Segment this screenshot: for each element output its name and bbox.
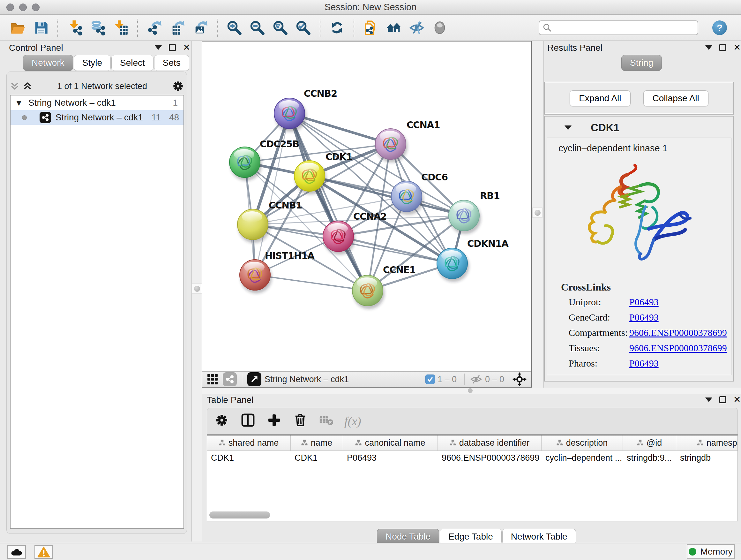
crosslink-tissues-link[interactable]: 9606.ENSP00000378699: [629, 343, 727, 354]
column-type-icon: [219, 438, 225, 448]
memory-button[interactable]: Memory: [687, 544, 735, 559]
zoom-in-icon[interactable]: [225, 19, 243, 37]
save-session-icon[interactable]: [32, 19, 50, 37]
export-network-icon[interactable]: [145, 19, 163, 37]
network-options-gear-icon[interactable]: [172, 80, 184, 92]
tab-network[interactable]: Network: [23, 55, 73, 71]
main-toolbar: ?: [0, 15, 741, 41]
section-collapse-icon[interactable]: [564, 125, 571, 130]
network-collection-row[interactable]: ▼ String Network – cdk1 1: [10, 96, 184, 110]
horizontal-scrollbar[interactable]: [209, 511, 270, 518]
column-header-5[interactable]: @id: [623, 435, 676, 450]
table-row[interactable]: CDK1CDK1P064939606.ENSP00000378699cyclin…: [207, 451, 738, 465]
help-icon[interactable]: ?: [712, 20, 727, 35]
table-cell[interactable]: cyclin–dependent ...: [542, 453, 623, 463]
crosslink-genecard-link[interactable]: P06493: [629, 312, 659, 323]
crosslink-uniprot-link[interactable]: P06493: [629, 297, 659, 307]
table-settings-gear-icon[interactable]: [215, 413, 229, 427]
collapse-all-icon[interactable]: [10, 81, 19, 91]
column-header-1[interactable]: name: [291, 435, 343, 450]
horizontal-splitter-handle[interactable]: [468, 388, 473, 393]
panel-menu-icon[interactable]: [705, 397, 712, 402]
expand-all-icon[interactable]: [23, 81, 32, 91]
show-panel-icon[interactable]: [431, 19, 449, 37]
panel-float-icon[interactable]: [169, 44, 176, 51]
table-cell[interactable]: stringdb: [676, 453, 738, 463]
network-node-CCNA2: [323, 221, 355, 255]
homes-icon[interactable]: [385, 19, 403, 37]
network-selection-summary: 1 of 1 Network selected: [32, 81, 172, 91]
protein-section-header[interactable]: CDK1: [545, 117, 733, 138]
tab-sets[interactable]: Sets: [154, 55, 189, 71]
collapse-all-button[interactable]: Collapse All: [643, 90, 709, 106]
column-header-2[interactable]: canonical name: [343, 435, 438, 450]
add-column-icon[interactable]: [267, 413, 281, 427]
right-splitter-handle[interactable]: [532, 207, 542, 218]
svg-text:CDC6: CDC6: [421, 172, 448, 183]
tab-network-table[interactable]: Network Table: [502, 529, 576, 545]
column-header-4[interactable]: description: [542, 435, 623, 450]
node-table: shared namenamecanonical namedatabase id…: [207, 435, 738, 521]
table-cell[interactable]: 9606.ENSP00000378699: [438, 453, 542, 463]
delete-column-icon[interactable]: [293, 413, 307, 428]
network-share-icon[interactable]: [223, 372, 237, 386]
column-header-0[interactable]: shared name: [207, 435, 291, 450]
zoom-out-icon[interactable]: [248, 19, 266, 37]
panel-close-icon[interactable]: ✕: [733, 44, 741, 51]
export-table-icon[interactable]: [169, 19, 186, 37]
control-panel-title: Control Panel: [9, 43, 63, 53]
import-database-icon[interactable]: [89, 19, 107, 37]
import-table-icon[interactable]: [112, 19, 130, 37]
column-header-6[interactable]: namespace: [676, 435, 738, 450]
results-panel-title: Results Panel: [547, 43, 603, 53]
warnings-button[interactable]: [35, 545, 53, 559]
birdseye-view-icon[interactable]: [247, 372, 261, 386]
zoom-fit-icon[interactable]: [271, 19, 289, 37]
table-cell[interactable]: CDK1: [207, 453, 291, 463]
column-type-icon: [637, 438, 643, 448]
refresh-icon[interactable]: [328, 19, 346, 37]
import-network-icon[interactable]: [66, 19, 84, 37]
tab-select[interactable]: Select: [111, 55, 153, 71]
panel-float-icon[interactable]: [719, 396, 726, 403]
share-file-icon[interactable]: [362, 19, 380, 37]
selected-checkbox[interactable]: [425, 374, 435, 384]
cloud-button[interactable]: [7, 545, 26, 559]
crosslink-compartments-link[interactable]: 9606.ENSP00000378699: [629, 327, 727, 338]
toolbar-separator: [217, 19, 218, 37]
zoom-selected-icon[interactable]: [294, 19, 312, 37]
tab-style[interactable]: Style: [74, 55, 111, 71]
crosslink-pharos-link[interactable]: P06493: [629, 358, 659, 369]
crosslinks-heading: CrossLinks: [547, 277, 731, 294]
network-canvas[interactable]: CCNB2CCNA1CDC25BCDK1CDC6RB1CCNB1CCNA2CDK…: [202, 42, 531, 371]
panel-close-icon[interactable]: ✕: [183, 44, 190, 51]
table-cell[interactable]: CDK1: [291, 453, 343, 463]
panel-menu-icon[interactable]: [155, 45, 162, 50]
left-splitter-handle[interactable]: [192, 284, 202, 294]
column-header-3[interactable]: database identifier: [438, 435, 542, 450]
tab-node-table[interactable]: Node Table: [377, 529, 439, 545]
panel-menu-icon[interactable]: [705, 45, 712, 50]
window-minimize-button[interactable]: [19, 3, 27, 11]
panel-float-icon[interactable]: [719, 44, 726, 51]
window-close-button[interactable]: [6, 3, 14, 11]
tree-expand-icon[interactable]: ▼: [10, 99, 21, 107]
tab-edge-table[interactable]: Edge Table: [440, 529, 502, 545]
left-splitter[interactable]: [192, 41, 202, 542]
hidden-eye-icon: [470, 374, 482, 385]
table-cell[interactable]: P06493: [343, 453, 438, 463]
grid-view-icon[interactable]: [207, 374, 218, 385]
panel-close-icon[interactable]: ✕: [733, 396, 741, 403]
table-cell[interactable]: stringdb:9...: [623, 453, 676, 463]
network-row-selected[interactable]: String Network – cdk1 11 48: [10, 110, 184, 125]
window-zoom-button[interactable]: [32, 3, 40, 11]
expand-all-button[interactable]: Expand All: [569, 90, 630, 106]
show-columns-icon[interactable]: [241, 413, 255, 428]
export-image-icon[interactable]: [192, 19, 209, 37]
search-input[interactable]: [539, 20, 698, 35]
open-session-icon[interactable]: [9, 19, 27, 37]
hide-panel-icon[interactable]: [408, 19, 426, 37]
tab-string[interactable]: String: [621, 55, 662, 71]
fit-content-crosshair-icon[interactable]: [513, 372, 527, 386]
right-splitter[interactable]: [532, 41, 544, 394]
